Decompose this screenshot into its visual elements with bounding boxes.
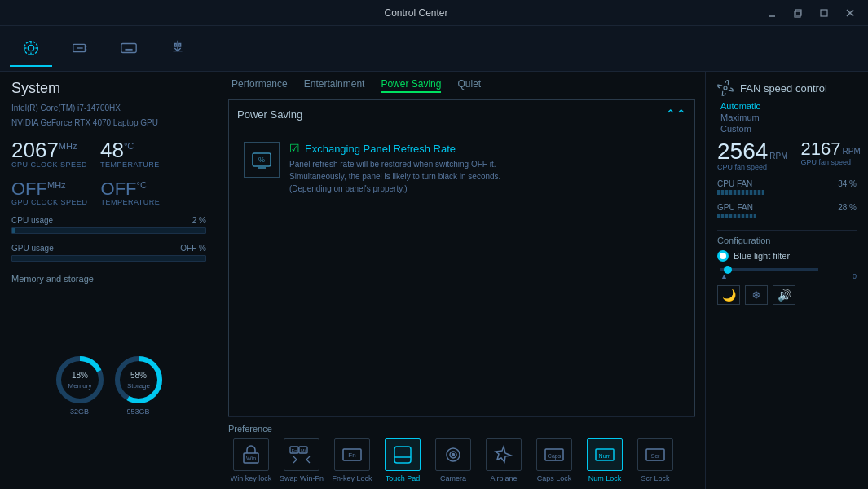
pref-win-key-lock[interactable]: Win Win key lock bbox=[228, 438, 274, 482]
gpu-temp-value: OFF°C bbox=[101, 180, 161, 198]
pref-scr-lock-label: Scr Lock bbox=[641, 474, 669, 482]
svg-text:58%: 58% bbox=[130, 371, 146, 380]
pref-camera[interactable]: Camera bbox=[430, 438, 476, 482]
preference-icons: Win Win key lock Fn Mi bbox=[228, 438, 695, 482]
pref-camera-label: Camera bbox=[440, 474, 466, 482]
slider-min: ▲ bbox=[720, 272, 728, 280]
mode-tabs: Performance Entertainment Power Saving Q… bbox=[228, 78, 695, 93]
pref-fn-key-lock[interactable]: Fn Fn-key Lock bbox=[329, 438, 375, 482]
pref-caps-lock-label: Caps Lock bbox=[537, 474, 572, 482]
app-title: Control Center bbox=[384, 7, 447, 19]
slider-max: 0 bbox=[853, 272, 857, 280]
pref-caps-lock[interactable]: Caps Caps Lock bbox=[531, 438, 577, 482]
cpu-fan-bar-label: CPU FAN bbox=[717, 179, 752, 188]
gpu-fan-bar bbox=[717, 214, 756, 218]
svg-text:Storage: Storage bbox=[126, 382, 150, 390]
svg-text:Caps: Caps bbox=[548, 453, 562, 460]
memory-gauge: 18% Memory 32GB bbox=[54, 354, 106, 416]
gpu-clock-metric: OFFMHz GPU clock speed bbox=[11, 180, 88, 206]
tab-power-saving[interactable]: Power Saving bbox=[381, 78, 441, 93]
config-panel-title: Configuration bbox=[717, 236, 857, 245]
pref-num-lock[interactable]: Num Num Lock bbox=[582, 438, 628, 482]
gpu-fan-pct: 28 % bbox=[838, 203, 857, 212]
svg-text:Win: Win bbox=[246, 456, 256, 461]
cpu-usage-label: CPU usage bbox=[11, 216, 53, 225]
blue-filter-toggle[interactable] bbox=[717, 250, 729, 262]
bottom-row: Memory and storage 18% Memory 32GB bbox=[11, 267, 206, 481]
cpu-clock-label: CPU clock speed bbox=[11, 161, 87, 169]
memory-size: 32GB bbox=[70, 408, 89, 416]
gauges-row: 18% Memory 32GB 58% Storage bbox=[11, 289, 206, 481]
cpu-fan-label: CPU fan speed bbox=[717, 163, 788, 171]
titlebar: Control Center bbox=[0, 0, 868, 26]
gpu-usage-section: GPU usage OFF % bbox=[11, 244, 206, 262]
feature-check-icon: ☑ bbox=[289, 142, 300, 155]
close-button[interactable] bbox=[839, 2, 861, 24]
tab-system[interactable] bbox=[10, 31, 52, 67]
power-saving-box: Power Saving ⌃⌃ % ☑ Exchanging Panel Ref… bbox=[228, 99, 695, 416]
pref-touch-pad[interactable]: Touch Pad bbox=[380, 438, 425, 482]
cpu-clock-metric: 2067MHz CPU clock speed bbox=[11, 139, 87, 169]
storage-gauge: 58% Storage 953GB bbox=[112, 354, 165, 416]
svg-text:Scr: Scr bbox=[651, 453, 660, 459]
memory-panel-title: Memory and storage bbox=[11, 274, 206, 284]
config-sound-button[interactable]: 🔊 bbox=[773, 285, 795, 305]
main-content: System Intel(R) Core(TM) i7-14700HX NVID… bbox=[0, 72, 868, 489]
config-snowflake-button[interactable]: ❄ bbox=[745, 285, 768, 305]
blue-filter-row: Blue light filter bbox=[717, 250, 857, 262]
pref-swap-win-fn[interactable]: Fn Mi Swap Win-Fn bbox=[279, 438, 324, 482]
svg-text:Memory: Memory bbox=[68, 382, 91, 390]
memory-storage-panel: Memory and storage 18% Memory 32GB bbox=[11, 267, 206, 481]
minimize-button[interactable] bbox=[760, 2, 783, 24]
preference-panel-title: Preference bbox=[228, 424, 695, 434]
gpu-fan-label: GPU fan speed bbox=[801, 158, 861, 166]
feature-icon: % bbox=[244, 142, 280, 178]
power-box-title: Power Saving bbox=[237, 108, 302, 121]
svg-text:Fn: Fn bbox=[348, 452, 355, 459]
pref-airplane-label: Airplane bbox=[490, 474, 517, 482]
tab-performance[interactable]: Performance bbox=[231, 78, 288, 93]
gpu-fan-bar-label: GPU FAN bbox=[717, 203, 753, 212]
tab-keyboard[interactable] bbox=[108, 31, 150, 67]
svg-point-6 bbox=[28, 45, 33, 51]
svg-text:%: % bbox=[258, 156, 265, 164]
config-section: Configuration Blue light filter ▲ 0 🌙 ❄ … bbox=[717, 230, 857, 305]
svg-point-47 bbox=[452, 454, 455, 456]
tab-usb[interactable] bbox=[156, 31, 199, 67]
cpu-fan-unit: RPM bbox=[769, 152, 787, 161]
gpu-usage-val: OFF % bbox=[180, 244, 206, 253]
tab-battery[interactable] bbox=[59, 31, 101, 67]
pref-airplane[interactable]: Airplane bbox=[481, 438, 527, 482]
fan-option-maximum[interactable]: Maximum bbox=[720, 112, 857, 122]
slider-thumb[interactable] bbox=[724, 266, 732, 274]
restore-button[interactable] bbox=[786, 2, 809, 24]
cpu-usage-fill bbox=[12, 228, 16, 233]
cpu-fan-pct: 34 % bbox=[838, 179, 857, 188]
cpu-name: Intel(R) Core(TM) i7-14700HX bbox=[11, 104, 206, 112]
config-moon-button[interactable]: 🌙 bbox=[717, 285, 740, 305]
center-panel: Performance Entertainment Power Saving Q… bbox=[218, 72, 705, 489]
svg-text:Mi: Mi bbox=[301, 448, 306, 453]
svg-text:Num: Num bbox=[599, 453, 611, 459]
gpu-clock-label: GPU clock speed bbox=[11, 198, 88, 206]
cpu-usage-val: 2 % bbox=[192, 216, 206, 225]
cpu-fan-bar-row: CPU FAN 34 % bbox=[717, 179, 857, 195]
feature-desc: Panel refresh rate will be restored when… bbox=[289, 158, 680, 195]
gpu-clock-value: OFFMHz bbox=[11, 180, 88, 198]
tab-entertainment[interactable]: Entertainment bbox=[304, 78, 365, 93]
cpu-usage-section: CPU usage 2 % bbox=[11, 216, 206, 234]
pref-win-key-lock-label: Win key lock bbox=[231, 474, 272, 482]
tab-quiet[interactable]: Quiet bbox=[457, 78, 481, 93]
cpu-temp-metric: 48°C Temperature bbox=[100, 139, 160, 169]
fan-option-custom[interactable]: Custom bbox=[720, 124, 857, 134]
storage-size: 953GB bbox=[126, 408, 149, 416]
cpu-fan-speed-section: 2564 RPM CPU fan speed bbox=[717, 140, 788, 171]
nav-tabs bbox=[0, 26, 868, 72]
maximize-button[interactable] bbox=[813, 2, 835, 24]
fan-option-automatic[interactable]: Automatic bbox=[720, 101, 857, 111]
config-icons-row: 🌙 ❄ 🔊 bbox=[717, 285, 857, 305]
pref-scr-lock[interactable]: Scr Scr Lock bbox=[632, 438, 678, 482]
collapse-button[interactable]: ⌃⌃ bbox=[665, 107, 686, 122]
blue-filter-slider[interactable] bbox=[720, 268, 857, 271]
pref-touch-pad-label: Touch Pad bbox=[386, 474, 421, 482]
